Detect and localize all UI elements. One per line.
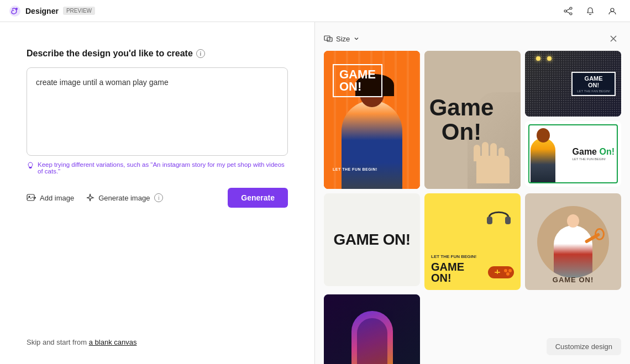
design-card-white-large[interactable]: GAME ON! xyxy=(324,193,420,286)
tennis-circle xyxy=(537,206,609,278)
right-panel: Size xyxy=(315,22,630,364)
generate-image-button[interactable]: Generate image i xyxy=(85,193,163,203)
main-content: Describe the design you'd like to create… xyxy=(0,22,630,364)
design-card-column-right: GAME ON! LET THE FAN BEGIN! xyxy=(525,51,621,189)
svg-point-0 xyxy=(9,6,20,17)
design-card-green-text[interactable]: Game On! LET THE FUN BEGIN! xyxy=(525,121,621,187)
account-icon xyxy=(608,7,617,15)
design-card-yellow[interactable]: LET THE FUN BEGIN! GAMEON! xyxy=(424,193,521,290)
svg-rect-16 xyxy=(487,217,492,224)
chevron-down-icon xyxy=(353,35,360,42)
lightbulb-icon xyxy=(27,162,34,170)
share-icon xyxy=(564,7,573,15)
size-selector[interactable]: Size xyxy=(324,34,360,43)
svg-point-1 xyxy=(15,8,18,10)
app-title: Designer xyxy=(25,7,59,15)
prompt-textarea[interactable]: create image until a woman play game xyxy=(27,67,288,156)
app-header: Designer PREVIEW xyxy=(0,0,630,22)
svg-rect-9 xyxy=(29,168,32,168)
image-grid-container[interactable]: GAME ON! LET THE FUN BEGIN! xyxy=(315,51,630,364)
design-card-crowd[interactable]: GAME ON! LET THE FAN BEGIN! xyxy=(525,51,621,117)
svg-rect-8 xyxy=(29,167,32,168)
preview-badge: PREVIEW xyxy=(63,7,95,15)
bell-icon xyxy=(586,7,595,15)
svg-line-6 xyxy=(566,12,570,13)
svg-point-3 xyxy=(564,10,566,12)
design-card-dark-arch[interactable] xyxy=(324,294,420,364)
svg-line-5 xyxy=(566,9,570,10)
generate-button[interactable]: Generate xyxy=(228,188,288,208)
image-grid: GAME ON! LET THE FUN BEGIN! xyxy=(324,51,621,364)
blank-canvas-link[interactable]: a blank canvas xyxy=(89,338,137,346)
right-panel-header: Size xyxy=(315,22,630,51)
svg-point-4 xyxy=(570,13,572,15)
left-panel: Describe the design you'd like to create… xyxy=(0,22,315,364)
header-left: Designer PREVIEW xyxy=(9,5,95,17)
panel-title: Describe the design you'd like to create… xyxy=(27,49,288,59)
close-icon xyxy=(610,35,617,43)
customize-design-button[interactable]: Customize design xyxy=(547,338,621,355)
svg-rect-17 xyxy=(505,217,511,224)
notifications-button[interactable] xyxy=(581,2,599,20)
suggestion-text: Keep trying different variations, such a… xyxy=(27,161,288,175)
footer-row: Skip and start from a blank canvas xyxy=(27,320,288,346)
svg-point-7 xyxy=(611,8,614,12)
design-card-orange-woman[interactable]: GAME ON! LET THE FUN BEGIN! xyxy=(324,51,420,189)
generate-image-info-icon[interactable]: i xyxy=(154,193,163,202)
action-row: Add image Generate image i Generate xyxy=(27,188,288,208)
sparkle-icon xyxy=(85,193,95,203)
add-image-button[interactable]: Add image xyxy=(27,193,74,203)
header-icons xyxy=(559,2,621,20)
design-card-beige-text[interactable]: Game On! xyxy=(424,51,521,189)
design-card-tennis[interactable]: GAME ON! xyxy=(525,193,621,290)
share-button[interactable] xyxy=(559,2,577,20)
info-icon[interactable]: i xyxy=(196,49,205,58)
action-left: Add image Generate image i xyxy=(27,193,163,203)
close-button[interactable] xyxy=(606,31,621,46)
svg-point-2 xyxy=(570,7,572,9)
app-logo xyxy=(9,5,21,17)
add-image-icon xyxy=(27,193,36,203)
account-button[interactable] xyxy=(603,2,621,20)
resize-icon xyxy=(324,34,333,43)
